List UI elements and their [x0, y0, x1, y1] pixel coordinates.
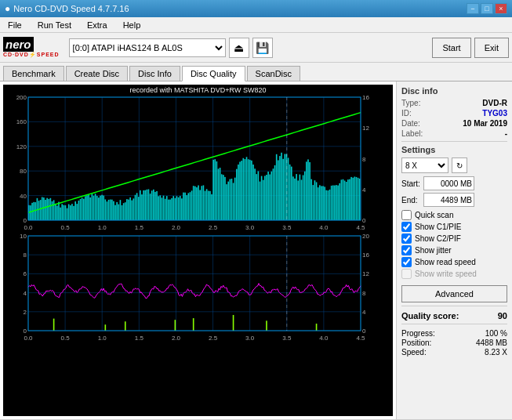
title-bar: ● Nero CD-DVD Speed 4.7.7.16 − □ ×	[0, 0, 512, 17]
disc-date-label: Date:	[401, 119, 420, 128]
c1pie-checkbox[interactable]	[401, 222, 412, 232]
quality-label: Quality score:	[401, 311, 459, 320]
tab-scan-disc[interactable]: ScanDisc	[247, 66, 300, 81]
start-mb-row: Start:	[401, 176, 507, 190]
position-row: Position: 4488 MB	[401, 339, 507, 347]
close-button[interactable]: ×	[495, 3, 507, 14]
settings-refresh-button[interactable]: ↻	[452, 158, 467, 173]
disc-label-value: -	[505, 129, 507, 138]
logo: nero CD·DVD⚡SPEED	[3, 37, 60, 58]
show-write-speed-row: Show write speed	[401, 269, 507, 279]
divider-3	[401, 324, 507, 324]
menu-bar: File Run Test Extra Help	[0, 17, 512, 33]
c2pif-label[interactable]: Show C2/PIF	[415, 234, 461, 243]
speed-select[interactable]: 8 X Maximum 4 X 16 X	[401, 158, 448, 173]
disc-type-row: Type: DVD-R	[401, 99, 507, 107]
chart-area: recorded with MATSHITA DVD+RW SW820	[3, 85, 393, 416]
exit-button[interactable]: Exit	[474, 38, 509, 58]
nero-logo: nero	[3, 37, 34, 52]
disc-label-row: Label: -	[401, 129, 507, 138]
toolbar: nero CD·DVD⚡SPEED [0:0] ATAPI iHAS124 B …	[0, 33, 512, 63]
divider-2	[401, 306, 507, 306]
minimize-button[interactable]: −	[467, 3, 479, 14]
menu-file[interactable]: File	[3, 19, 27, 31]
disc-type-value: DVD-R	[482, 99, 507, 107]
quality-row: Quality score: 90	[401, 311, 507, 320]
right-panel: Disc info Type: DVD-R ID: TYG03 Date: 10…	[396, 81, 512, 419]
main-content: recorded with MATSHITA DVD+RW SW820 Disc…	[0, 81, 512, 419]
disc-type-label: Type:	[401, 99, 420, 107]
disc-info-title: Disc info	[401, 86, 507, 96]
chart-canvas	[3, 94, 379, 345]
c1pie-label[interactable]: Show C1/PIE	[415, 223, 461, 231]
tab-disc-quality[interactable]: Disc Quality	[182, 66, 245, 81]
read-speed-checkbox[interactable]	[401, 257, 412, 267]
start-label: Start:	[401, 179, 423, 188]
settings-title: Settings	[401, 145, 507, 154]
quick-scan-label[interactable]: Quick scan	[415, 211, 453, 219]
write-speed-label: Show write speed	[415, 270, 477, 278]
end-mb-row: End:	[401, 193, 507, 207]
menu-extra[interactable]: Extra	[82, 19, 112, 31]
title-bar-buttons: − □ ×	[467, 3, 507, 14]
read-speed-label[interactable]: Show read speed	[415, 258, 476, 266]
progress-row: Progress: 100 %	[401, 329, 507, 338]
eject-icon-button[interactable]: ⏏	[229, 38, 249, 58]
advanced-button[interactable]: Advanced	[401, 285, 507, 302]
quality-value: 90	[498, 311, 507, 320]
end-label: End:	[401, 196, 423, 205]
tab-create-disc[interactable]: Create Disc	[66, 66, 128, 81]
app-title: Nero CD-DVD Speed 4.7.7.16	[13, 4, 129, 13]
divider-1	[401, 141, 507, 142]
quick-scan-checkbox[interactable]	[401, 210, 412, 220]
drive-select[interactable]: [0:0] ATAPI iHAS124 B AL0S	[69, 38, 226, 57]
jitter-checkbox[interactable]	[401, 245, 412, 255]
menu-run-test[interactable]: Run Test	[33, 19, 76, 31]
title-bar-left: ● Nero CD-DVD Speed 4.7.7.16	[5, 3, 129, 14]
tabs-bar: Benchmark Create Disc Disc Info Disc Qua…	[0, 63, 512, 81]
start-mb-input[interactable]	[423, 176, 474, 190]
position-value: 4488 MB	[476, 339, 507, 347]
jitter-label[interactable]: Show jitter	[415, 246, 452, 255]
progress-label: Progress:	[401, 329, 435, 338]
quick-scan-row: Quick scan	[401, 210, 507, 220]
show-jitter-row: Show jitter	[401, 245, 507, 255]
progress-value: 100 %	[485, 329, 507, 338]
speed-row: 8 X Maximum 4 X 16 X ↻	[401, 158, 507, 173]
show-read-speed-row: Show read speed	[401, 257, 507, 267]
position-label: Position:	[401, 339, 431, 347]
maximize-button[interactable]: □	[481, 3, 493, 14]
tab-benchmark[interactable]: Benchmark	[3, 66, 64, 81]
progress-section: Progress: 100 % Position: 4488 MB Speed:…	[401, 329, 507, 357]
tab-disc-info[interactable]: Disc Info	[129, 66, 180, 81]
chart-title: recorded with MATSHITA DVD+RW SW820	[3, 85, 393, 94]
menu-help[interactable]: Help	[118, 19, 146, 31]
c2pif-checkbox[interactable]	[401, 234, 412, 244]
disc-label-label: Label:	[401, 129, 423, 138]
disc-id-row: ID: TYG03	[401, 109, 507, 118]
disc-id-value: TYG03	[482, 109, 507, 118]
write-speed-checkbox[interactable]	[401, 269, 412, 279]
disc-date-row: Date: 10 Mar 2019	[401, 119, 507, 128]
speed-label: Speed:	[401, 348, 427, 357]
speed-value: 8.23 X	[485, 348, 507, 357]
end-mb-input[interactable]	[423, 193, 474, 207]
disc-date-value: 10 Mar 2019	[463, 119, 507, 128]
cd-dvd-speed-logo: CD·DVD⚡SPEED	[3, 52, 60, 58]
save-icon-button[interactable]: 💾	[252, 38, 273, 58]
speed-row-prog: Speed: 8.23 X	[401, 348, 507, 357]
start-button[interactable]: Start	[432, 38, 470, 58]
show-c1pie-row: Show C1/PIE	[401, 222, 507, 232]
show-c2pif-row: Show C2/PIF	[401, 234, 507, 244]
disc-id-label: ID:	[401, 109, 412, 118]
